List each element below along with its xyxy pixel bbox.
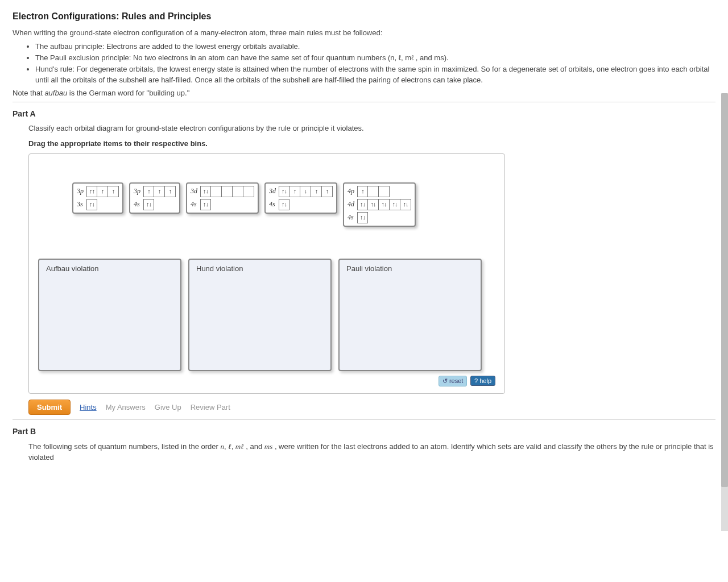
orbital-item-2[interactable]: 3d↑↓4s↑↓ [186, 182, 259, 214]
action-row: Submit Hints My Answers Give Up Review P… [28, 400, 715, 415]
note-em: aufbau [44, 89, 67, 97]
orbital-box: ↑↓ [400, 199, 411, 210]
bin-pauli[interactable]: Pauli violation [338, 259, 482, 371]
drag-workspace: 3p↑↑↑↑3s↑↓3p↑↑↑4s↑↓3d↑↓4s↑↓3d↑↓↑↓↑↑4s↑↓4… [28, 153, 505, 394]
orbital-label: 3d [269, 187, 277, 196]
rule-item: The aufbau principle: Electrons are adde… [35, 41, 715, 52]
help-button[interactable]: ? help [470, 376, 495, 386]
orbital-box: ↑↓ [279, 186, 289, 197]
orbital-box: ↑↑ [86, 186, 97, 197]
bin-label: Hund violation [194, 263, 245, 274]
bin-aufbau[interactable]: Aufbau violation [38, 259, 181, 371]
orbital-box: ↑ [108, 186, 119, 197]
orbital-box: ↓ [300, 186, 311, 197]
orbital-item-4[interactable]: 4p↑4d↑↓↑↓↑↓↑↓↑↓4s↑↓ [343, 182, 416, 227]
intro-text: When writing the ground-state electron c… [13, 28, 715, 37]
orbital-box [211, 186, 222, 197]
orbital-box: ↑↓ [86, 199, 97, 210]
orbital-label: 3s [77, 200, 85, 209]
review-part-link[interactable]: Review Part [191, 403, 230, 411]
orbital-box: ↑↓ [200, 186, 211, 197]
hints-link[interactable]: Hints [80, 403, 97, 411]
orbital-label: 4s [134, 200, 142, 209]
bins-row: Aufbau violation Hund violation Pauli vi… [38, 259, 495, 371]
my-answers-link[interactable]: My Answers [106, 403, 146, 411]
scroll-thumb[interactable] [721, 93, 728, 474]
draggable-items-row: 3p↑↑↑↑3s↑↓3p↑↑↑4s↑↓3d↑↓4s↑↓3d↑↓↑↓↑↑4s↑↓4… [72, 182, 495, 227]
orbital-label: 3p [77, 187, 85, 196]
orbital-box [243, 186, 254, 197]
orbital-box: ↑ [97, 186, 108, 197]
orbital-box: ↑ [357, 186, 368, 197]
rules-list: The aufbau principle: Electrons are adde… [35, 41, 715, 85]
orbital-label: 4p [348, 187, 355, 196]
divider [13, 102, 715, 102]
orbital-box [222, 186, 233, 197]
orbital-label: 4s [191, 200, 198, 209]
orbital-label: 3p [134, 187, 142, 196]
orbital-label: 4s [269, 200, 277, 209]
orbital-box [368, 186, 379, 197]
note-text: Note that aufbau is the German word for … [13, 89, 715, 97]
orbital-box [233, 186, 243, 197]
orbital-box: ↑↓ [200, 199, 211, 210]
give-up-link[interactable]: Give Up [155, 403, 181, 411]
bin-label: Aufbau violation [44, 263, 101, 274]
orbital-label: 3d [191, 187, 198, 196]
part-b-text: The following sets of quantum numbers, l… [28, 442, 715, 463]
note-post: is the German word for "building up." [67, 89, 189, 97]
scrollbar[interactable] [721, 93, 728, 474]
part-a-instruct: Classify each orbital diagram for ground… [28, 124, 715, 132]
part-b-header: Part B [13, 427, 715, 436]
orbital-box: ↑ [289, 186, 300, 197]
part-a-header: Part A [13, 109, 715, 118]
orbital-box: ↑↓ [390, 199, 400, 210]
bin-hund[interactable]: Hund violation [188, 259, 332, 371]
bin-label: Pauli violation [344, 263, 394, 274]
page-title: Electron Configurations: Rules and Princ… [13, 11, 715, 22]
orbital-box: ↑↓ [379, 199, 390, 210]
orbital-box: ↑↓ [368, 199, 379, 210]
rule-item: Hund's rule: For degenerate orbitals, th… [35, 64, 715, 85]
orbital-box: ↑ [322, 186, 333, 197]
divider [13, 419, 715, 420]
submit-button[interactable]: Submit [28, 400, 71, 415]
orbital-item-0[interactable]: 3p↑↑↑↑3s↑↓ [72, 182, 123, 214]
orbital-box: ↑ [143, 186, 154, 197]
workspace-footer: ↺ reset ? help [38, 376, 495, 386]
orbital-box: ↑ [311, 186, 322, 197]
orbital-box: ↑↓ [279, 199, 289, 210]
orbital-box: ↑ [165, 186, 176, 197]
orbital-item-1[interactable]: 3p↑↑↑4s↑↓ [129, 182, 180, 214]
orbital-box: ↑↓ [357, 199, 368, 210]
note-pre: Note that [13, 89, 44, 97]
orbital-box: ↑↓ [143, 199, 154, 210]
orbital-box [379, 186, 390, 197]
orbital-box: ↑↓ [357, 212, 368, 223]
orbital-label: 4d [348, 200, 355, 209]
orbital-box: ↑ [154, 186, 165, 197]
reset-button[interactable]: ↺ reset [439, 376, 468, 386]
drag-instruct: Drag the appropriate items to their resp… [28, 139, 715, 148]
orbital-label: 4s [348, 213, 355, 222]
rule-item: The Pauli exclusion principle: No two el… [35, 53, 715, 63]
orbital-item-3[interactable]: 3d↑↓↑↓↑↑4s↑↓ [264, 182, 337, 214]
